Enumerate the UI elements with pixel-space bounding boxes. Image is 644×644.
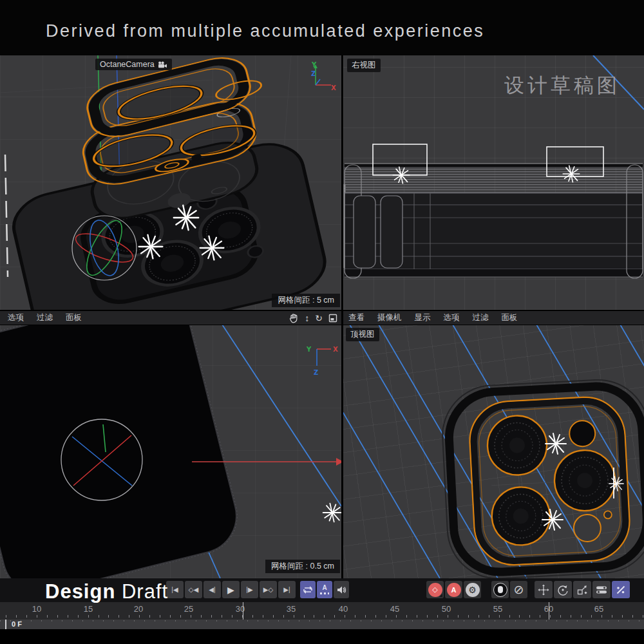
front-viewport[interactable]: Y X Z 网格间距 : 0.5 cm: [0, 325, 341, 578]
svg-text:Z: Z: [314, 369, 318, 376]
menu-panel[interactable]: 面板: [502, 312, 518, 323]
speaker-icon: [336, 585, 346, 595]
grid-spacing-label: 网格间距 : 5 cm: [272, 294, 340, 307]
perspective-canvas[interactable]: [0, 55, 341, 310]
jump-end-button[interactable]: ▶|: [278, 581, 296, 598]
ruler-label-40: 40: [336, 604, 351, 614]
snap-icon: [615, 584, 627, 596]
dolly-icon[interactable]: ↕: [305, 314, 309, 323]
svg-text:X: X: [333, 346, 338, 353]
front-canvas[interactable]: [0, 325, 341, 578]
frame-marker-30[interactable]: [243, 602, 243, 620]
range-start-label: 0 F: [12, 620, 22, 628]
ruler-tick-marks: [0, 615, 644, 618]
ruler-label-10: 10: [29, 604, 44, 614]
timeline-range-slider[interactable]: 0 F: [0, 620, 644, 629]
play-button[interactable]: ▶: [222, 581, 240, 598]
jump-start-button[interactable]: |◀: [166, 581, 184, 598]
keyframe-record-group: ◇ A ⚙: [426, 581, 481, 598]
ruler-label-25: 25: [181, 604, 196, 614]
snap-button[interactable]: [612, 581, 630, 598]
menu-display[interactable]: 显示: [415, 312, 431, 323]
solo-single-button[interactable]: ⊘: [510, 581, 527, 598]
ruler-label-45: 45: [387, 604, 402, 614]
gear-icon: ⚙: [466, 583, 480, 597]
movie-camera-icon: [158, 61, 167, 68]
perspective-viewport[interactable]: OctaneCamera Y Z X 网格间距 : 5 cm: [0, 55, 341, 310]
grid-spacing-label: 网格间距 : 0.5 cm: [265, 560, 340, 573]
menu-options[interactable]: 选项: [444, 312, 460, 323]
keyframe-hud-button[interactable]: A: [317, 581, 332, 598]
prev-key-button[interactable]: ◇◀: [185, 581, 202, 598]
coordinate-system-button[interactable]: [592, 581, 611, 598]
playback-controls: |◀ ◇◀ ◀| ▶ |▶ ▶◇ ▶|: [166, 581, 296, 598]
sound-button[interactable]: [334, 581, 349, 598]
loop-mode-button[interactable]: [300, 581, 316, 598]
next-frame-button[interactable]: |▶: [241, 581, 258, 598]
autokey-icon: A: [447, 583, 461, 597]
right-viewport[interactable]: 右视图 设计草稿图: [343, 55, 644, 310]
rotate-icon: [557, 584, 569, 596]
orbit-icon[interactable]: ↻: [315, 314, 323, 323]
ruler-label-50: 50: [439, 604, 454, 614]
menu-filter[interactable]: 过滤: [37, 312, 53, 323]
ruler-label-30: 30: [232, 604, 248, 614]
autokey-button[interactable]: A: [445, 581, 462, 598]
left-viewport-menubar: 选项 过滤 面板 ↕ ↻: [0, 310, 341, 325]
timeline-ruler[interactable]: 10 15 20 25 30 35 40 45 50 55 60 65: [0, 602, 644, 620]
front-axis-gizmo: Y X Z: [301, 341, 339, 380]
scale-icon: [576, 584, 588, 596]
ruler-label-65: 65: [591, 604, 607, 614]
banner-title: Derived from multiple accumulated experi…: [46, 21, 484, 41]
menu-camera[interactable]: 摄像机: [377, 312, 402, 323]
top-view-label-chip[interactable]: 顶视图: [346, 328, 379, 341]
right-view-label: 右视图: [352, 60, 376, 71]
top-viewport[interactable]: 顶视图: [343, 325, 644, 578]
solo-off-button[interactable]: [491, 581, 509, 598]
viewport-nav-tools: ↕ ↻: [289, 311, 337, 325]
application-window: Derived from multiple accumulated experi…: [0, 0, 644, 644]
move-tool-button[interactable]: [535, 581, 553, 598]
menu-panel[interactable]: 面板: [66, 312, 82, 323]
ruler-label-55: 55: [490, 604, 506, 614]
top-view-label: 顶视图: [350, 329, 375, 340]
menu-view[interactable]: 查看: [348, 312, 365, 323]
loop-icon: [302, 585, 314, 594]
top-canvas[interactable]: [343, 325, 644, 578]
camera-label-chip[interactable]: OctaneCamera: [95, 59, 172, 70]
rotate-tool-button[interactable]: [554, 581, 572, 598]
next-key-button[interactable]: ▶◇: [260, 581, 277, 598]
menu-options[interactable]: 选项: [8, 312, 24, 323]
maximize-viewport-icon[interactable]: [328, 314, 337, 323]
prev-frame-button[interactable]: ◀|: [204, 581, 221, 598]
svg-text:Z: Z: [311, 70, 316, 77]
no-record-icon: ⊘: [512, 583, 526, 597]
range-start-handle[interactable]: [5, 620, 6, 629]
record-keyframe-icon: ◇: [428, 583, 442, 597]
ruler-label-35: 35: [283, 604, 299, 614]
record-keyframe-button[interactable]: ◇: [426, 581, 444, 598]
animation-toolbar: |◀ ◇◀ ◀| ▶ |▶ ▶◇ ▶| A: [0, 578, 644, 602]
right-view-label-chip[interactable]: 右视图: [347, 59, 381, 72]
move-icon: [538, 584, 549, 596]
menu-filter[interactable]: 过滤: [473, 312, 489, 323]
design-draft-cn: 设计草稿图: [504, 72, 620, 99]
scale-tool-button[interactable]: [573, 581, 591, 598]
frame-marker-60[interactable]: [549, 602, 549, 620]
solo-off-icon: [493, 583, 507, 597]
svg-text:X: X: [331, 84, 336, 91]
svg-text:Y: Y: [306, 346, 312, 353]
ruler-label-20: 20: [131, 604, 146, 614]
coord-snap-group: [592, 581, 630, 598]
transform-tools: [535, 581, 591, 598]
keyframe-settings-button[interactable]: ⚙: [464, 581, 481, 598]
pan-hand-icon[interactable]: [289, 313, 299, 323]
top-banner: Derived from multiple accumulated experi…: [0, 0, 644, 55]
ruler-label-15: 15: [80, 604, 96, 614]
svg-text:Y: Y: [311, 61, 317, 68]
right-viewport-menubar: 查看 摄像机 显示 选项 过滤 面板: [343, 310, 644, 325]
perspective-axis-gizmo: Y Z X: [303, 59, 336, 93]
solo-group: ⊘: [491, 581, 527, 598]
playback-options: A: [300, 581, 349, 598]
camera-label: OctaneCamera: [100, 60, 155, 69]
